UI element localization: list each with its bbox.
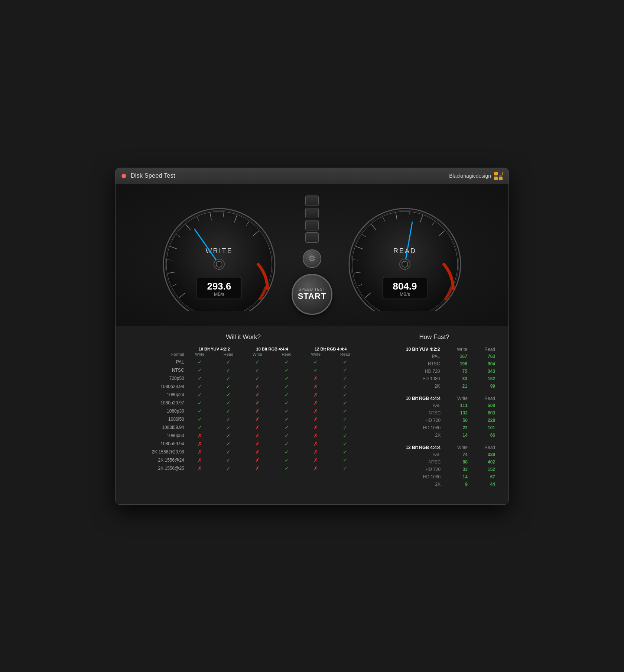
- check-mark: ✓: [343, 375, 347, 381]
- check-mark: ✓: [255, 375, 260, 381]
- fast-format-label: HD 1080: [371, 473, 443, 481]
- format-cell: 1080p30: [127, 407, 186, 415]
- check-mark: ✓: [198, 392, 202, 398]
- check-cell: ✓: [214, 358, 243, 366]
- format-cell: 2K 1556@25: [127, 464, 186, 472]
- check-mark: ✓: [226, 392, 231, 398]
- fast-row: PAL111508: [371, 402, 497, 409]
- fast-row: 2K944: [371, 481, 497, 488]
- fast-format-label: HD 1080: [371, 375, 442, 382]
- fast-row: HD 72075343: [371, 368, 497, 375]
- start-button[interactable]: SPEED TEST START: [292, 274, 332, 315]
- fast-row: HD 108033152: [371, 375, 497, 382]
- write-gauge-svg: WRITE 293.6 MB/s: [152, 199, 286, 311]
- format-cell: 1080p29.97: [127, 399, 186, 407]
- read-value: 44: [470, 481, 497, 488]
- check-mark: ✓: [343, 384, 347, 390]
- check-cell: ✓: [186, 382, 214, 391]
- check-mark: ✓: [343, 367, 347, 373]
- sq3: [494, 177, 498, 180]
- write-col-header: Write: [442, 346, 469, 353]
- data-section: Will it Work? 10 Bit YUV 4:2:2 10 Bit RG…: [116, 326, 508, 504]
- close-button[interactable]: [121, 174, 126, 178]
- check-cell: ✗: [186, 448, 214, 456]
- fast-block: 10 Bit RGB 4:4:4WriteReadPAL111508NTSC13…: [371, 395, 497, 439]
- sq2: [499, 172, 503, 175]
- check-cell: ✓: [272, 391, 302, 399]
- fast-format-label: PAL: [371, 402, 443, 409]
- x-mark: ✗: [255, 408, 260, 414]
- check-mark: ✓: [285, 449, 289, 455]
- fast-format-label: PAL: [371, 353, 442, 360]
- x-mark: ✗: [255, 457, 260, 463]
- title-bar-left: Disk Speed Test: [121, 172, 175, 179]
- fast-format-label: 2K: [371, 382, 442, 390]
- check-cell: ✓: [272, 440, 302, 448]
- format-cell: 2K 1556@23.98: [127, 448, 186, 456]
- svg-text:804.9: 804.9: [393, 281, 417, 292]
- read-col-header: Read: [470, 395, 497, 402]
- x-mark: ✗: [313, 441, 318, 447]
- write-value: 22: [443, 424, 470, 432]
- check-cell: ✓: [272, 448, 302, 456]
- x-mark: ✗: [313, 392, 318, 398]
- check-mark: ✓: [198, 359, 202, 365]
- read-value: 402: [470, 458, 497, 466]
- check-mark: ✓: [226, 457, 231, 463]
- write-value: 50: [443, 417, 470, 424]
- read-value: 152: [470, 466, 497, 473]
- read-value: 508: [470, 402, 497, 409]
- check-cell: ✓: [330, 415, 360, 423]
- x-mark: ✗: [313, 384, 318, 390]
- write-value: 75: [442, 368, 469, 375]
- fast-format-label: HD 1080: [371, 424, 443, 432]
- fast-format-label: HD 720: [371, 417, 443, 424]
- brand-icon: [494, 172, 503, 180]
- table-row: 1080i59.94✓✓✗✓✗✓: [127, 423, 360, 432]
- x-mark: ✗: [313, 433, 318, 439]
- fast-row: NTSC132603: [371, 409, 497, 417]
- fast-row: HD 10801467: [371, 473, 497, 481]
- will-it-work-panel: Will it Work? 10 Bit YUV 4:2:2 10 Bit RG…: [127, 333, 360, 493]
- read-value: 228: [470, 417, 497, 424]
- x-mark: ✗: [198, 457, 202, 463]
- write-sub-2: Write: [243, 351, 272, 358]
- check-cell: ✓: [214, 374, 243, 382]
- read-sub-3: Read: [330, 351, 360, 358]
- format-cell: 1080p59.94: [127, 440, 186, 448]
- svg-text:READ: READ: [393, 247, 416, 255]
- check-cell: ✓: [243, 366, 272, 374]
- check-mark: ✓: [285, 457, 289, 463]
- x-mark: ✗: [255, 441, 260, 447]
- check-mark: ✓: [285, 465, 289, 471]
- write-value: 9: [443, 481, 470, 488]
- sq1: [494, 172, 498, 175]
- check-cell: ✗: [243, 432, 272, 440]
- settings-button[interactable]: ⚙: [303, 249, 321, 268]
- check-cell: ✓: [272, 464, 302, 472]
- check-cell: ✗: [243, 440, 272, 448]
- write-value: 33: [443, 466, 470, 473]
- check-mark: ✓: [226, 375, 231, 381]
- table-row: 1080p24✓✓✗✓✗✓: [127, 391, 360, 399]
- table-row: 720p50✓✓✓✓✗✓: [127, 374, 360, 382]
- app-title: Disk Speed Test: [131, 172, 175, 179]
- read-value: 152: [469, 375, 497, 382]
- bit-header-3: 12 Bit RGB 4:4:4: [301, 346, 360, 351]
- check-mark: ✓: [226, 400, 231, 406]
- check-cell: ✓: [330, 448, 360, 456]
- check-cell: ✓: [330, 399, 360, 407]
- check-mark: ✓: [343, 441, 347, 447]
- check-mark: ✓: [285, 400, 289, 406]
- write-value: 111: [443, 402, 470, 409]
- check-mark: ✓: [285, 424, 289, 430]
- format-cell: 1080i50: [127, 415, 186, 423]
- check-mark: ✓: [343, 359, 347, 365]
- fast-table: 10 Bit RGB 4:4:4WriteReadPAL111508NTSC13…: [371, 395, 497, 439]
- check-mark: ✓: [343, 424, 347, 430]
- svg-text:293.6: 293.6: [207, 281, 231, 292]
- read-gauge: READ 804.9 MB/s: [338, 199, 472, 311]
- check-mark: ✓: [198, 400, 202, 406]
- check-cell: ✗: [301, 456, 330, 464]
- check-cell: ✗: [243, 399, 272, 407]
